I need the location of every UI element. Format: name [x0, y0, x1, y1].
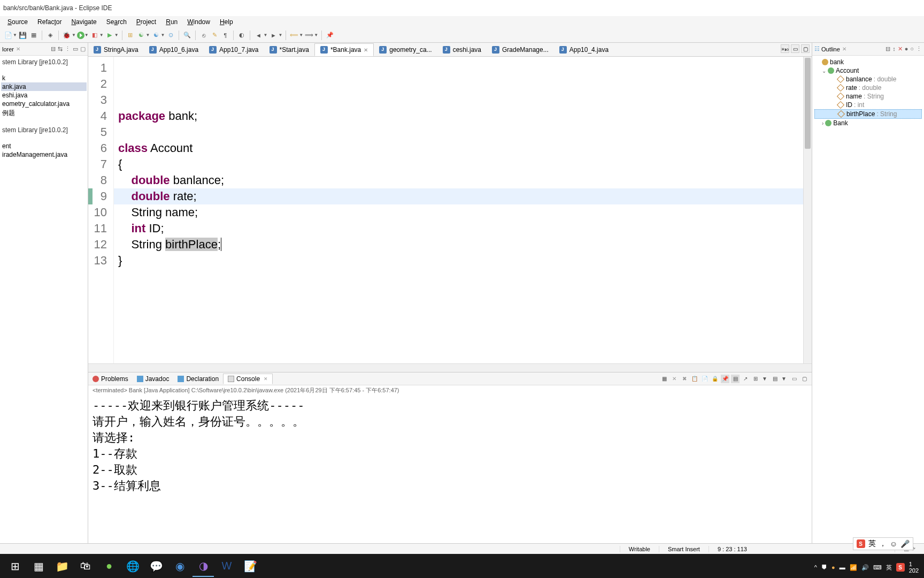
start-button[interactable]: ⊞ — [4, 556, 26, 577]
pin-button[interactable]: 📌 — [325, 31, 335, 40]
menu-navigate[interactable]: Navigate — [67, 17, 101, 27]
console-button[interactable]: 📋 — [690, 375, 699, 383]
close-icon[interactable]: ✕ — [16, 46, 20, 52]
tree-item[interactable]: 例题 — [1, 108, 87, 118]
remove-launch-button[interactable]: ✕ — [670, 375, 679, 383]
vertical-scrollbar[interactable] — [803, 57, 812, 363]
new-class-button[interactable]: ☯ — [136, 31, 146, 40]
word-button[interactable]: W — [216, 556, 237, 577]
tree-item[interactable]: eshi.java — [1, 91, 87, 100]
sogou-tray-icon[interactable]: S — [896, 563, 905, 572]
horizontal-scrollbar[interactable] — [88, 363, 812, 372]
toggle-button[interactable]: ⎋ — [199, 31, 209, 40]
dropdown-icon[interactable]: ▼ — [99, 33, 104, 37]
tab-javadoc[interactable]: Javadoc — [133, 374, 174, 384]
tree-item[interactable]: stem Library [jre10.0.2] — [1, 58, 87, 66]
keyboard-icon[interactable]: ⌨ — [873, 564, 882, 571]
view-menu-icon[interactable]: ⋮ — [65, 45, 71, 52]
dropdown-icon[interactable]: ▼ — [72, 33, 76, 37]
minimize-icon[interactable]: ▭ — [73, 45, 78, 52]
menu-search[interactable]: Search — [102, 17, 131, 27]
wifi-icon[interactable]: 📶 — [850, 564, 857, 571]
tab-active[interactable]: *Bank.java✕ — [314, 43, 374, 56]
dropdown-icon[interactable]: ▼ — [13, 33, 17, 37]
outline-item[interactable]: bank — [814, 58, 922, 66]
minimize-icon[interactable]: ▭ — [790, 375, 798, 383]
task-view-button[interactable]: ▦ — [28, 556, 49, 577]
minimize-icon[interactable]: ▭ — [791, 44, 799, 53]
menu-run[interactable]: Run — [161, 17, 182, 27]
maximize-icon[interactable]: ▢ — [800, 375, 808, 383]
scrollbar-thumb[interactable] — [805, 58, 811, 149]
app-button[interactable]: ◉ — [169, 556, 190, 577]
store-button[interactable]: 🛍 — [75, 556, 96, 577]
display-console-button[interactable]: ▤ — [731, 375, 740, 383]
filter-icon[interactable]: ● — [905, 45, 908, 52]
run-button[interactable] — [77, 32, 84, 39]
ime-mic-icon[interactable]: 🎤 — [900, 539, 910, 548]
pin-console-button[interactable]: 📌 — [721, 375, 729, 383]
battery-icon[interactable]: ▬ — [840, 564, 845, 571]
tab-console[interactable]: Console✕ — [223, 374, 273, 384]
toggle-button[interactable]: ✎ — [210, 31, 219, 40]
tab-declaration[interactable]: Declaration — [173, 374, 223, 384]
tab[interactable]: App10_6.java — [144, 43, 204, 56]
outline-item[interactable]: ID : int — [814, 101, 922, 109]
expand-icon[interactable]: ⌄ — [822, 68, 826, 74]
ime-toolbar[interactable]: S 英 ， ☺ 🎤 — [853, 537, 913, 550]
save-all-button[interactable]: ▦ — [29, 31, 38, 40]
view-menu-icon[interactable]: ⋮ — [916, 45, 922, 52]
back-button[interactable]: ⟸ — [289, 31, 299, 40]
tab[interactable]: App10_7.java — [204, 43, 264, 56]
new-button[interactable] — [3, 31, 13, 40]
tab[interactable]: geometry_ca... — [374, 43, 437, 56]
ext-tools-button[interactable]: ▶ — [105, 31, 114, 40]
menu-help[interactable]: Help — [215, 17, 237, 27]
code-editor[interactable]: 1 2 3 4 5 6 7 8 9 10 11 12 13 package ba… — [88, 57, 812, 363]
menu-window[interactable]: Window — [183, 17, 214, 27]
dropdown-icon[interactable]: ▼ — [263, 33, 267, 37]
tree-item[interactable]: k — [1, 74, 87, 82]
file-explorer-button[interactable]: 📁 — [51, 556, 73, 577]
annotation-button[interactable]: ◐ — [237, 31, 247, 40]
coverage-button[interactable]: ◧ — [90, 31, 99, 40]
focus-icon[interactable]: ⊟ — [886, 45, 890, 52]
clock[interactable]: 1202 — [909, 561, 919, 574]
clear-console-button[interactable]: 📄 — [700, 375, 709, 383]
dropdown-icon[interactable]: ▼ — [780, 375, 788, 383]
tab[interactable]: ceshi.java — [437, 43, 487, 56]
code-area[interactable]: package bank; class Account { double ban… — [114, 57, 803, 363]
console-output[interactable]: -----欢迎来到银行账户管理系统----- 请开户，输入姓名，身份证号。。。。… — [88, 396, 812, 554]
outline-item[interactable]: rate : double — [814, 83, 922, 92]
filter-icon[interactable]: ✕ — [898, 45, 903, 52]
outline-item[interactable]: ⌄Account — [814, 66, 922, 75]
console-button[interactable]: ▤ — [771, 375, 779, 383]
tool-button[interactable]: ☯ — [151, 31, 161, 40]
tree-item[interactable]: ent — [1, 142, 87, 150]
dropdown-icon[interactable]: ▼ — [161, 33, 165, 37]
tree-item[interactable]: eometry_calculator.java — [1, 100, 87, 108]
menu-source[interactable]: SoSourceurce — [3, 17, 32, 27]
new-package-button[interactable]: ⊞ — [126, 31, 135, 40]
outline-item[interactable]: banlance : double — [814, 75, 922, 83]
nav-prev-button[interactable]: ◄ — [253, 31, 263, 40]
lang-indicator[interactable]: 英 — [886, 564, 892, 572]
ime-lang[interactable]: 英 — [868, 539, 876, 549]
search-button[interactable]: 🔍 — [182, 31, 192, 40]
tree-item[interactable]: iradeManagement.java — [1, 150, 87, 159]
dropdown-icon[interactable]: ▼ — [299, 33, 303, 37]
dropdown-icon[interactable]: ▼ — [314, 33, 318, 37]
tray-up-icon[interactable]: ^ — [814, 564, 817, 571]
menu-refactor[interactable]: Refactor — [33, 17, 66, 27]
close-icon[interactable]: ✕ — [842, 46, 846, 52]
dropdown-icon[interactable]: ▼ — [278, 33, 282, 37]
show-more-tabs[interactable]: »₃₀ — [781, 44, 789, 53]
edge-button[interactable]: ● — [98, 556, 120, 577]
forward-button[interactable]: ⟹ — [304, 31, 314, 40]
tree-item[interactable]: stem Library [jre10.0.2] — [1, 126, 87, 134]
toggle-button[interactable]: ¶ — [220, 31, 230, 40]
tray-icon[interactable]: ⛊ — [821, 564, 827, 571]
outline-item[interactable]: ›Bank — [814, 119, 922, 127]
dropdown-icon[interactable]: ▼ — [84, 33, 89, 37]
outline-item[interactable]: birthPlace : String — [814, 109, 922, 119]
